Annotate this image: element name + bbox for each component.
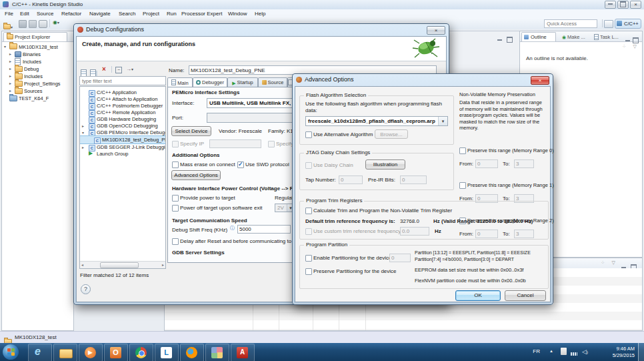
tree-item-includes2[interactable]: ▸ Includes — [2, 73, 73, 79]
config-type-row[interactable]: ▶Launch Group — [80, 150, 165, 157]
action-center-icon[interactable] — [561, 348, 567, 355]
config-type-row[interactable]: C/C++ Application — [80, 89, 165, 95]
menu-navigate[interactable]: Navigate — [89, 11, 111, 17]
menu-refactor[interactable]: Refactor — [61, 11, 81, 17]
preserve-range0-checkbox[interactable] — [459, 147, 466, 154]
tab-task-list[interactable]: Task L... — [591, 32, 621, 41]
tree-item-binaries[interactable]: ▸ Binaries — [2, 51, 73, 57]
volume-icon[interactable]: ◁) — [582, 348, 588, 355]
config-type-row[interactable]: C/C++ Postmortem Debugger — [80, 102, 165, 109]
collapsed-arrow-icon[interactable]: ▸ — [9, 88, 11, 93]
tree-item-debug[interactable]: ▸ Debug — [2, 65, 73, 72]
delete-configuration-icon[interactable]: × — [102, 65, 106, 73]
config-type-row[interactable]: C/C++ Attach to Application — [80, 95, 165, 102]
tree-item-test-k64f[interactable]: TEST_K64_F — [2, 95, 73, 101]
taskbar-item-photo-viewer[interactable] — [205, 344, 229, 361]
taskbar-item-firefox[interactable] — [180, 344, 204, 361]
illustration-button[interactable]: Illustration — [365, 159, 405, 169]
tray-clock-time[interactable]: 9:46 AM — [616, 346, 635, 352]
save-all-button[interactable] — [29, 20, 37, 28]
menu-search[interactable]: Search — [119, 11, 135, 17]
collapsed-arrow-icon[interactable]: ▸ — [82, 123, 84, 128]
title-bar[interactable]: C/C++ - Kinetis Design Studio × — [0, 0, 644, 10]
tab-source[interactable]: Source — [258, 77, 287, 87]
tree-item-includes[interactable]: ▸ Includes — [2, 58, 73, 65]
taskbar-item-internet-explorer[interactable]: e — [28, 344, 52, 361]
menu-help[interactable]: Help — [255, 11, 265, 17]
config-type-row[interactable]: GDB Hardware Debugging — [80, 115, 165, 122]
dialog-close-button[interactable]: × — [427, 26, 445, 35]
tree-item-project-settings[interactable]: ▸ Project_Settings — [2, 80, 73, 87]
collapsed-arrow-icon[interactable]: ▸ — [9, 51, 11, 56]
menu-run[interactable]: Run — [167, 11, 177, 17]
expanded-arrow-icon[interactable]: ▾ — [82, 130, 84, 135]
view-menu-icon[interactable]: ▽ — [612, 260, 615, 266]
tab-project-explorer[interactable]: Project Explorer — [3, 32, 67, 41]
tray-show-hidden-icons[interactable]: ▲ — [549, 349, 553, 353]
taskbar-item-acrobat[interactable]: A — [231, 344, 255, 361]
collapsed-arrow-icon[interactable]: ▸ — [9, 59, 11, 63]
config-type-row[interactable]: ▾GDB PEMicro Interface Debugging — [80, 129, 165, 135]
taskbar-item-outlook[interactable]: O — [104, 344, 128, 361]
close-button[interactable]: × — [630, 1, 641, 9]
config-tree[interactable]: C/C++ Application C/C++ Attach to Applic… — [79, 86, 166, 269]
perspective-cpp-button[interactable]: C/C++ — [615, 19, 641, 29]
outline-toolbar-icon[interactable]: ⁘ — [622, 44, 626, 49]
tray-clock-date[interactable]: 5/29/2015 — [613, 352, 635, 358]
preserve-range1-checkbox[interactable] — [459, 182, 466, 189]
tree-item-sources[interactable]: ▸ Sources — [2, 87, 73, 94]
shift-freq-input[interactable] — [237, 225, 291, 234]
tray-language-label[interactable]: FR — [533, 348, 540, 354]
show-desktop-button[interactable] — [638, 343, 644, 361]
taskbar-item-lync[interactable]: L — [155, 344, 179, 361]
enable-partitioning-checkbox[interactable] — [305, 255, 312, 262]
collapsed-arrow-icon[interactable]: ▸ — [9, 81, 11, 85]
taskbar-item-media-player[interactable]: ▶ — [79, 344, 103, 361]
mass-erase-checkbox[interactable] — [172, 161, 179, 168]
maximize-button[interactable] — [617, 1, 629, 9]
power-off-checkbox[interactable] — [172, 205, 179, 212]
help-button[interactable]: ? — [81, 284, 91, 294]
config-type-row[interactable]: ▸GDB SEGGER J-Link Debugging — [80, 143, 165, 150]
alt-algorithm-checkbox[interactable] — [305, 131, 312, 138]
tab-debugger[interactable]: Debugger — [193, 77, 227, 87]
tab-startup[interactable]: ▶Startup — [227, 77, 258, 87]
collapse-all-icon[interactable]: − — [115, 67, 122, 73]
advanced-options-button[interactable]: Advanced Options — [171, 170, 221, 180]
quick-access-input[interactable] — [544, 19, 597, 28]
flash-algorithm-dropdown[interactable]: freescale_k10dx128m5_pflash_dflash_eepro… — [305, 116, 448, 126]
tab-make-target[interactable]: ◉ Make ... — [559, 32, 589, 41]
collapsed-arrow-icon[interactable]: ▸ — [82, 145, 84, 149]
scroll-left-arrow[interactable]: ◂ — [81, 262, 83, 267]
panel-menu-dots-icon[interactable]: ⁘ — [601, 260, 605, 266]
calc-trim-checkbox[interactable] — [305, 208, 312, 214]
menu-file[interactable]: File — [5, 11, 13, 17]
config-filter-input[interactable] — [79, 76, 166, 85]
cancel-button[interactable]: Cancel — [505, 290, 546, 301]
config-type-row[interactable]: ▸GDB OpenOCD Debugging — [80, 122, 165, 129]
tree-horizontal-scrollbar[interactable]: ◂ ▸ — [80, 261, 165, 268]
scroll-right-arrow[interactable]: ▸ — [162, 262, 164, 267]
menu-edit[interactable]: Edit — [20, 11, 29, 17]
panel-minimize-icon[interactable] — [625, 33, 630, 45]
taskbar-item-file-explorer[interactable] — [53, 344, 77, 361]
start-button[interactable] — [3, 344, 19, 360]
config-type-row[interactable]: C/C++ Remote Application — [80, 109, 165, 115]
editor-minimize-icon[interactable] — [497, 33, 502, 45]
taskbar-item-chrome[interactable] — [129, 344, 153, 361]
expanded-arrow-icon[interactable]: ▾ — [4, 44, 6, 49]
delay-checkbox[interactable] — [172, 238, 179, 245]
editor-maximize-icon[interactable] — [507, 33, 513, 45]
dialog-close-button[interactable]: × — [531, 76, 549, 85]
minimize-button[interactable] — [605, 1, 616, 9]
tree-item-project[interactable]: ▾ MK10DX128_test — [2, 43, 73, 50]
tab-main[interactable]: Main — [167, 77, 193, 87]
print-button[interactable] — [39, 20, 47, 28]
debug-history-button[interactable]: ◉▾ — [53, 19, 66, 27]
menu-processor-expert[interactable]: Processor Expert — [181, 11, 222, 17]
provide-power-checkbox[interactable] — [172, 195, 179, 202]
collapsed-arrow-icon[interactable]: ▸ — [9, 66, 11, 71]
open-perspective-button[interactable] — [604, 20, 613, 28]
ok-button[interactable]: OK — [455, 290, 501, 301]
tab-outline[interactable]: Outline — [521, 32, 556, 41]
